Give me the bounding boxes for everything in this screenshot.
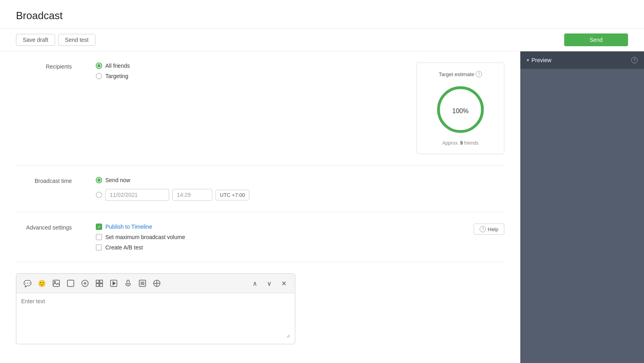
play-icon[interactable] [107, 277, 120, 290]
svg-rect-9 [100, 280, 103, 283]
recipients-label: Recipients [16, 63, 72, 154]
image-icon[interactable] [50, 277, 63, 290]
link-icon[interactable] [150, 277, 163, 290]
time-input[interactable] [172, 189, 212, 201]
advanced-settings-checkbox-group: Publish to Timeline Set maximum broadcas… [96, 224, 450, 251]
mic-icon[interactable] [122, 277, 134, 290]
emoji-icon[interactable]: 🙂 [36, 277, 48, 290]
preview-chevron-icon: ▾ [527, 57, 529, 63]
advanced-settings-inner: Advanced settings Publish to Timeline Se… [16, 224, 504, 251]
recipients-radio-group: All friends Targeting [96, 63, 393, 79]
recipients-all-friends[interactable]: All friends [96, 63, 393, 69]
move-up-icon[interactable]: ∧ [249, 277, 261, 290]
broadcast-time-section: Broadcast time Send now [16, 166, 504, 212]
advanced-settings-section: Advanced settings Publish to Timeline Se… [16, 212, 504, 262]
send-now-radio[interactable] [96, 177, 102, 183]
circle-percentage: 100% [452, 104, 469, 116]
scheduled-option: UTC +7:00 [96, 189, 504, 201]
recipients-inner: Recipients All friends Targeting [16, 63, 504, 154]
svg-rect-8 [96, 280, 99, 283]
ab-test-option[interactable]: Create A/B test [96, 244, 450, 251]
preview-header: ▾ Preview ? [520, 51, 644, 69]
publish-timeline-label: Publish to Timeline [105, 224, 152, 230]
square-icon[interactable] [64, 277, 77, 290]
editor-section: 💬 🙂 [16, 262, 504, 355]
broadcast-time-inner: Broadcast time Send now [16, 177, 504, 201]
grid-icon[interactable] [93, 277, 106, 290]
editor-actions: ∧ ∨ ✕ [249, 277, 290, 290]
ab-test-checkbox[interactable] [96, 244, 102, 251]
add-circle-icon[interactable] [79, 277, 91, 290]
header: Broadcast [0, 0, 644, 28]
send-now-option[interactable]: Send now [96, 177, 504, 183]
datetime-row: UTC +7:00 [105, 189, 249, 201]
all-friends-radio[interactable] [96, 63, 102, 69]
editor-box: 💬 🙂 [16, 273, 295, 344]
targeting-label: Targeting [105, 73, 128, 79]
toolbar-left: Save draft Send test [16, 34, 95, 46]
text-input[interactable] [21, 298, 290, 338]
toolbar: Save draft Send test Send [0, 28, 644, 51]
broadcast-time-radio-group: Send now UTC +7:00 [96, 177, 504, 201]
broadcast-time-options: Send now UTC +7:00 [96, 177, 504, 201]
preview-panel: ▾ Preview ? [520, 51, 644, 363]
help-icon: ? [480, 226, 486, 232]
editor-toolbar: 💬 🙂 [16, 274, 295, 293]
target-estimate-box: Target estimate ? 100% [417, 63, 504, 154]
help-button[interactable]: ? Help [474, 224, 504, 235]
recipients-options: All friends Targeting [96, 63, 393, 154]
date-input[interactable] [105, 189, 169, 201]
svg-rect-4 [67, 280, 74, 286]
close-icon[interactable]: ✕ [277, 277, 290, 290]
editor-content[interactable] [16, 293, 295, 344]
main: Recipients All friends Targeting [0, 51, 644, 363]
send-button[interactable]: Send [564, 33, 628, 46]
target-estimate-title: Target estimate ? [425, 71, 496, 77]
recipients-targeting[interactable]: Targeting [96, 73, 393, 79]
targeting-radio[interactable] [96, 73, 102, 79]
svg-point-3 [54, 281, 55, 283]
approx-text: Approx. 9 friends [425, 140, 496, 146]
max-volume-option[interactable]: Set maximum broadcast volume [96, 234, 450, 240]
send-now-label: Send now [105, 177, 130, 183]
recipients-section: Recipients All friends Targeting [16, 51, 504, 166]
svg-rect-2 [53, 280, 59, 286]
preview-info-icon[interactable]: ? [631, 57, 638, 63]
svg-marker-13 [113, 282, 115, 285]
list-icon[interactable] [136, 277, 149, 290]
svg-rect-10 [96, 284, 99, 286]
advanced-settings-label: Advanced settings [16, 224, 72, 251]
svg-rect-11 [100, 284, 103, 286]
svg-rect-14 [127, 280, 129, 284]
publish-timeline-option[interactable]: Publish to Timeline [96, 224, 450, 230]
content-area: Recipients All friends Targeting [0, 51, 520, 363]
advanced-settings-options: Publish to Timeline Set maximum broadcas… [96, 224, 450, 251]
publish-timeline-checkbox[interactable] [96, 224, 102, 230]
target-estimate-info-icon[interactable]: ? [476, 71, 482, 77]
ab-test-label: Create A/B test [105, 244, 143, 251]
page: Broadcast Save draft Send test Send Reci… [0, 0, 644, 363]
save-draft-button[interactable]: Save draft [16, 34, 55, 46]
broadcast-time-label: Broadcast time [16, 177, 72, 201]
timezone-badge[interactable]: UTC +7:00 [215, 190, 249, 200]
scheduled-radio[interactable] [96, 192, 102, 198]
move-down-icon[interactable]: ∨ [263, 277, 276, 290]
max-volume-label: Set maximum broadcast volume [105, 234, 185, 240]
preview-body [520, 69, 644, 363]
send-test-button[interactable]: Send test [58, 34, 95, 46]
page-title: Broadcast [16, 10, 628, 22]
all-friends-label: All friends [105, 63, 130, 69]
preview-title: ▾ Preview [527, 57, 551, 63]
circle-progress: 100% [435, 84, 486, 135]
message-icon[interactable]: 💬 [21, 277, 34, 290]
max-volume-checkbox[interactable] [96, 234, 102, 240]
help-area: ? Help [474, 224, 504, 251]
